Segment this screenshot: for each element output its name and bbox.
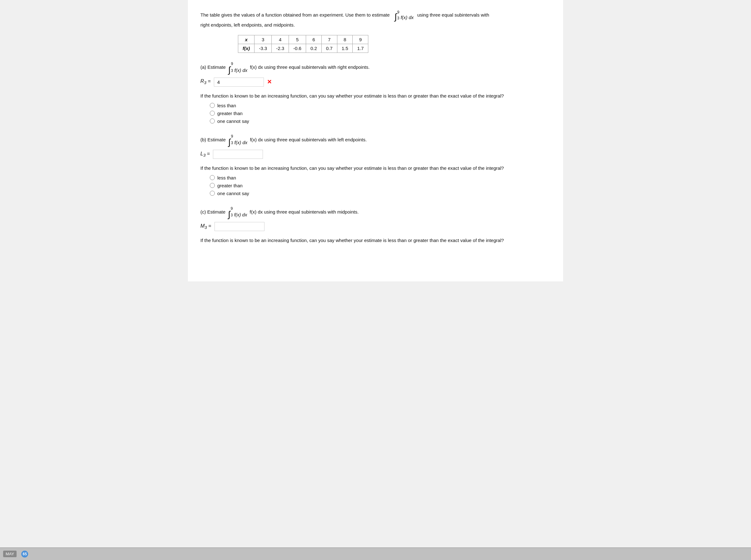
table-header-x: x xyxy=(238,35,255,44)
part-a-integral: ∫ 9 3 f(x) dx xyxy=(228,61,247,74)
intro-text-2: right endpoints, left endpoints, and mid… xyxy=(200,22,295,27)
part-a-radio-less[interactable] xyxy=(210,103,215,108)
table-cell: -2.3 xyxy=(272,44,289,53)
section-a-label: (a) Estimate ∫ 9 3 f(x) dx f(x) dx using… xyxy=(200,61,551,74)
integral-header: ∫ 9 3 f(x) dx using three equal subinter… xyxy=(391,12,489,18)
part-c-question: If the function is known to be an increa… xyxy=(200,237,551,244)
part-c-integral: ∫ 9 3 f(x) dx xyxy=(228,205,247,219)
table-header-fx: f(x) xyxy=(238,44,255,53)
table-cell: -0.6 xyxy=(289,44,306,53)
part-b-option-greater-label: greater than xyxy=(217,183,243,188)
part-a-label: R3 = xyxy=(200,79,211,85)
part-b-radio-less[interactable] xyxy=(210,175,215,180)
part-b-answer-row: L3 = xyxy=(200,150,551,159)
part-b-option-less-label: less than xyxy=(217,175,236,180)
part-b-integral: ∫ 9 3 f(x) dx xyxy=(228,133,247,147)
header-integral: ∫ 9 3 f(x) dx xyxy=(394,9,414,21)
part-a-radio-greater[interactable] xyxy=(210,111,215,116)
table-cell: 4 xyxy=(272,35,289,44)
section-b-label: (b) Estimate ∫ 9 3 f(x) dx f(x) dx using… xyxy=(200,133,551,147)
table-cell: 0.7 xyxy=(321,44,337,53)
part-c-label: M3 = xyxy=(200,223,211,230)
part-b-option-less[interactable]: less than xyxy=(210,175,551,180)
table-cell: 8 xyxy=(337,35,353,44)
part-a-option-cannot-label: one cannot say xyxy=(217,119,249,124)
part-a-option-greater[interactable]: greater than xyxy=(210,111,551,116)
part-a-option-greater-label: greater than xyxy=(217,111,243,116)
part-b-option-cannot[interactable]: one cannot say xyxy=(210,191,551,196)
main-content: The table gives the values of a function… xyxy=(188,0,563,281)
part-a-error-icon: ✕ xyxy=(267,79,272,85)
table-cell: 6 xyxy=(306,35,321,44)
part-a-radio-cannot[interactable] xyxy=(210,119,215,123)
part-a-option-cannot[interactable]: one cannot say xyxy=(210,119,551,124)
intro-text: The table gives the values of a function… xyxy=(200,12,390,18)
table-cell: 1.5 xyxy=(337,44,353,53)
part-b-option-cannot-label: one cannot say xyxy=(217,191,249,196)
section-b: (b) Estimate ∫ 9 3 f(x) dx f(x) dx using… xyxy=(200,133,551,196)
part-b-radio-greater[interactable] xyxy=(210,183,215,188)
section-c: (c) Estimate ∫ 9 3 f(x) dx f(x) dx using… xyxy=(200,205,551,244)
part-b-question: If the function is known to be an increa… xyxy=(200,164,551,172)
part-a-option-less-label: less than xyxy=(217,103,236,108)
table-cell: 9 xyxy=(353,35,368,44)
table-cell: -3.3 xyxy=(255,44,272,53)
part-a-radio-group: less than greater than one cannot say xyxy=(210,103,551,124)
table-cell: 3 xyxy=(255,35,272,44)
part-c-answer-row: M3 = xyxy=(200,222,551,231)
data-table: x 3 4 5 6 7 8 9 f(x) -3.3 -2.3 -0.6 0.2 … xyxy=(238,35,368,53)
table-cell: 5 xyxy=(289,35,306,44)
part-a-question: If the function is known to be an increa… xyxy=(200,92,551,100)
section-a: (a) Estimate ∫ 9 3 f(x) dx f(x) dx using… xyxy=(200,61,551,123)
part-a-answer-row: R3 = ✕ xyxy=(200,78,551,87)
part-a-option-less[interactable]: less than xyxy=(210,103,551,108)
part-b-option-greater[interactable]: greater than xyxy=(210,183,551,188)
intro-paragraph: The table gives the values of a function… xyxy=(200,9,551,29)
part-c-input[interactable] xyxy=(215,222,264,231)
part-a-input[interactable] xyxy=(214,78,264,87)
table-cell: 0.2 xyxy=(306,44,321,53)
table-cell: 7 xyxy=(321,35,337,44)
part-b-label: L3 = xyxy=(200,151,210,158)
integral-text: using three equal subintervals with xyxy=(417,12,489,18)
section-c-label: (c) Estimate ∫ 9 3 f(x) dx f(x) dx using… xyxy=(200,205,551,219)
part-b-radio-cannot[interactable] xyxy=(210,191,215,196)
table-cell: 1.7 xyxy=(353,44,368,53)
part-b-input[interactable] xyxy=(213,150,263,159)
part-b-radio-group: less than greater than one cannot say xyxy=(210,175,551,196)
